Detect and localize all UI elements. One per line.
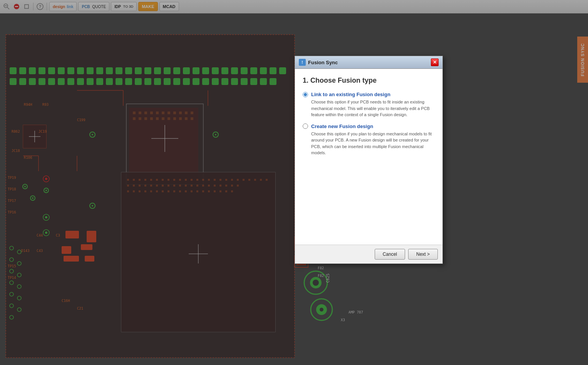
modal-overlay bbox=[0, 0, 588, 365]
option2-radio[interactable] bbox=[303, 123, 308, 129]
option1-label-row: Link to an existing Fusion design bbox=[303, 92, 435, 97]
option2-container: Create new Fusion design Choose this opt… bbox=[303, 123, 435, 156]
option2-label[interactable]: Create new Fusion design bbox=[311, 123, 373, 129]
dialog-title-area: ! Fusion Sync bbox=[299, 59, 338, 66]
dialog-titlebar: ! Fusion Sync ✕ bbox=[295, 56, 442, 69]
option2-label-row: Create new Fusion design bbox=[303, 123, 435, 129]
dialog-close-button[interactable]: ✕ bbox=[431, 58, 439, 66]
dialog-title-icon: ! bbox=[299, 59, 306, 66]
fusion-sync-dialog: ! Fusion Sync ✕ 1. Choose Fusion type Li… bbox=[295, 56, 443, 264]
dialog-title-text: Fusion Sync bbox=[308, 60, 338, 65]
option1-description: Choose this option if your PCB needs to … bbox=[303, 99, 435, 118]
cancel-button[interactable]: Cancel bbox=[375, 249, 405, 260]
option2-description: Choose this option if you plan to design… bbox=[303, 131, 435, 156]
dialog-content: 1. Choose Fusion type Link to an existin… bbox=[295, 69, 442, 245]
dialog-footer: Cancel Next > bbox=[295, 245, 442, 263]
option1-container: Link to an existing Fusion design Choose… bbox=[303, 92, 435, 118]
option1-radio[interactable] bbox=[303, 92, 308, 97]
option1-label[interactable]: Link to an existing Fusion design bbox=[311, 92, 390, 97]
dialog-heading: 1. Choose Fusion type bbox=[303, 77, 435, 85]
next-button[interactable]: Next > bbox=[408, 249, 438, 260]
dialog-spacer bbox=[303, 162, 435, 238]
